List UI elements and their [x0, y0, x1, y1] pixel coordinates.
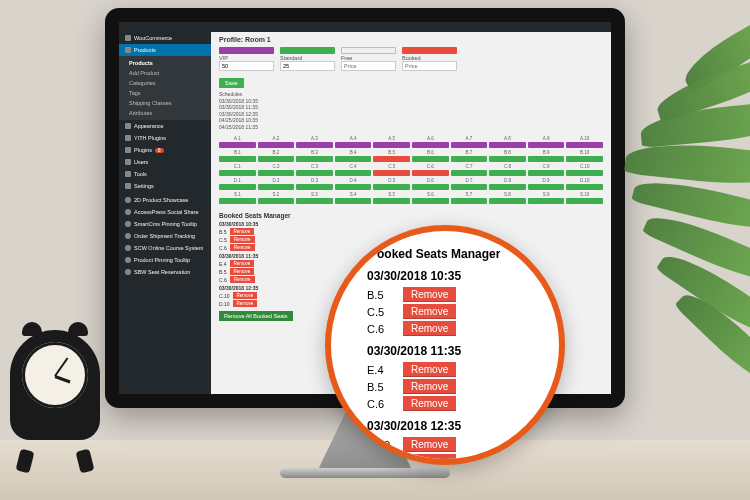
zoom-remove-button[interactable]: Remove: [403, 287, 456, 302]
seat-C-10[interactable]: C.10: [566, 164, 603, 176]
submenu-tags[interactable]: Tags: [119, 88, 211, 98]
seat-S-3[interactable]: S.3: [296, 192, 333, 204]
seat-A-7[interactable]: A.7: [451, 136, 488, 148]
sidebar-item-product-pinning-tooltip[interactable]: Product Pinning Tooltip: [119, 254, 211, 266]
remove-button[interactable]: Remove: [233, 292, 258, 299]
seat-A-6[interactable]: A.6: [412, 136, 449, 148]
seat-S-2[interactable]: S.2: [258, 192, 295, 204]
sidebar-item-yith-plugins[interactable]: YITH Plugins: [119, 132, 211, 144]
seat-C-8[interactable]: C.8: [489, 164, 526, 176]
seat-B-7[interactable]: B.7: [451, 150, 488, 162]
seat-D-1[interactable]: D.1: [219, 178, 256, 190]
submenu-categories[interactable]: Categories: [119, 78, 211, 88]
remove-button[interactable]: Remove: [230, 236, 255, 243]
seat-B-3[interactable]: B.3: [296, 150, 333, 162]
save-button[interactable]: Save: [219, 78, 244, 88]
seat-B-10[interactable]: B.10: [566, 150, 603, 162]
seat-D-8[interactable]: D.8: [489, 178, 526, 190]
seat-A-1[interactable]: A.1: [219, 136, 256, 148]
tier-swatch-free[interactable]: [341, 47, 396, 54]
seat-B-1[interactable]: B.1: [219, 150, 256, 162]
remove-button[interactable]: Remove: [230, 260, 255, 267]
zoom-remove-button[interactable]: Remove: [403, 321, 456, 336]
sidebar-item-scw-online-course-system[interactable]: SCW Online Course System: [119, 242, 211, 254]
seat-D-3[interactable]: D.3: [296, 178, 333, 190]
tier-price-input-vip[interactable]: [219, 61, 274, 71]
seat-B-4[interactable]: B.4: [335, 150, 372, 162]
sidebar-item-products[interactable]: Products: [119, 44, 211, 56]
sidebar-item-settings[interactable]: Settings: [119, 180, 211, 192]
seat-B-2[interactable]: B.2: [258, 150, 295, 162]
sidebar-item-appearance[interactable]: Appearance: [119, 120, 211, 132]
seat-S-7[interactable]: S.7: [451, 192, 488, 204]
tier-swatch-booked[interactable]: [402, 47, 457, 54]
wp-admin-bar[interactable]: [119, 22, 611, 32]
seat-S-10[interactable]: S.10: [566, 192, 603, 204]
seat-S-5[interactable]: S.5: [373, 192, 410, 204]
sidebar-item-sbw-seat-reservation[interactable]: SBW Seat Reservation: [119, 266, 211, 278]
seat-A-4[interactable]: A.4: [335, 136, 372, 148]
zoom-remove-button[interactable]: Remove: [403, 362, 456, 377]
zoom-remove-button[interactable]: Remove: [403, 396, 456, 411]
seat-C-7[interactable]: C.7: [451, 164, 488, 176]
seat-B-8[interactable]: B.8: [489, 150, 526, 162]
sidebar-item-smartcms-pinning-tooltip[interactable]: SmartCms Pinning Tooltip: [119, 218, 211, 230]
seat-B-6[interactable]: B.6: [412, 150, 449, 162]
seat-C-4[interactable]: C.4: [335, 164, 372, 176]
remove-button[interactable]: Remove: [230, 276, 255, 283]
seat-D-9[interactable]: D.9: [528, 178, 565, 190]
tier-swatch-std[interactable]: [280, 47, 335, 54]
seat-S-8[interactable]: S.8: [489, 192, 526, 204]
seat-D-5[interactable]: D.5: [373, 178, 410, 190]
update-badge: 8: [155, 148, 164, 153]
seat-S-6[interactable]: S.6: [412, 192, 449, 204]
seat-A-5[interactable]: A.5: [373, 136, 410, 148]
seat-D-10[interactable]: D.10: [566, 178, 603, 190]
seat-A-9[interactable]: A.9: [528, 136, 565, 148]
seat-C-2[interactable]: C.2: [258, 164, 295, 176]
schedule-row[interactable]: 04/25/2018 11:35: [219, 124, 603, 131]
seat-C-9[interactable]: C.9: [528, 164, 565, 176]
remove-button[interactable]: Remove: [230, 228, 255, 235]
submenu-add-product[interactable]: Add Product: [119, 68, 211, 78]
seat-S-1[interactable]: S.1: [219, 192, 256, 204]
seat-D-6[interactable]: D.6: [412, 178, 449, 190]
seat-B-9[interactable]: B.9: [528, 150, 565, 162]
seat-B-5[interactable]: B.5: [373, 150, 410, 162]
seat-A-3[interactable]: A.3: [296, 136, 333, 148]
alarm-clock-decor: [10, 330, 100, 460]
seat-S-9[interactable]: S.9: [528, 192, 565, 204]
seat-C-1[interactable]: C.1: [219, 164, 256, 176]
submenu-shipping-classes[interactable]: Shipping Classes: [119, 98, 211, 108]
seat-D-2[interactable]: D.2: [258, 178, 295, 190]
seat-D-7[interactable]: D.7: [451, 178, 488, 190]
sidebar-item-tools[interactable]: Tools: [119, 168, 211, 180]
sidebar-item-2d-product-showcase[interactable]: 2D Product Showcase: [119, 194, 211, 206]
seat-D-4[interactable]: D.4: [335, 178, 372, 190]
zoom-remove-button[interactable]: Remove: [403, 304, 456, 319]
seat-C-5[interactable]: C.5: [373, 164, 410, 176]
sidebar-item-accesspress-social-share[interactable]: AccessPress Social Share: [119, 206, 211, 218]
submenu-products[interactable]: Products: [119, 58, 211, 68]
tier-price-input-std[interactable]: [280, 61, 335, 71]
seat-A-2[interactable]: A.2: [258, 136, 295, 148]
remove-button[interactable]: Remove: [233, 300, 258, 307]
seat-A-8[interactable]: A.8: [489, 136, 526, 148]
remove-button[interactable]: Remove: [230, 244, 255, 251]
remove-all-button[interactable]: Remove All Booked Seats: [219, 311, 293, 321]
tier-price-input-booked[interactable]: [402, 61, 457, 71]
seat-C-3[interactable]: C.3: [296, 164, 333, 176]
seat-A-10[interactable]: A.10: [566, 136, 603, 148]
zoom-remove-button[interactable]: Remove: [403, 437, 456, 452]
tier-swatch-vip[interactable]: [219, 47, 274, 54]
sidebar-item-plugins[interactable]: Plugins 8: [119, 144, 211, 156]
tier-price-input-free[interactable]: [341, 61, 396, 71]
sidebar-item-woocommerce[interactable]: WooCommerce: [119, 32, 211, 44]
submenu-attributes[interactable]: Attributes: [119, 108, 211, 118]
sidebar-item-order-shipment-tracking[interactable]: Order Shipment Tracking: [119, 230, 211, 242]
seat-S-4[interactable]: S.4: [335, 192, 372, 204]
remove-button[interactable]: Remove: [230, 268, 255, 275]
zoom-remove-button[interactable]: Remove: [403, 379, 456, 394]
sidebar-item-users[interactable]: Users: [119, 156, 211, 168]
seat-C-6[interactable]: C.6: [412, 164, 449, 176]
